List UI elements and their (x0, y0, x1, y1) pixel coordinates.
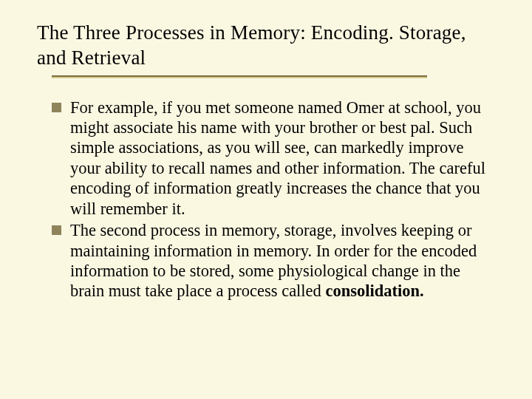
title-underline (52, 75, 427, 78)
slide: The Three Processes in Memory: Encoding.… (0, 0, 532, 399)
slide-content: For example, if you met someone named Om… (37, 92, 495, 301)
square-bullet-icon (52, 225, 61, 235)
slide-title: The Three Processes in Memory: Encoding.… (37, 21, 495, 71)
list-item: For example, if you met someone named Om… (52, 98, 492, 219)
title-block: The Three Processes in Memory: Encoding.… (37, 21, 495, 78)
bullet-text: For example, if you met someone named Om… (70, 98, 492, 219)
list-item: The second process in memory, storage, i… (52, 220, 492, 301)
bullet-text-bold: consolidation. (325, 282, 423, 300)
square-bullet-icon (52, 103, 61, 112)
bullet-text: The second process in memory, storage, i… (70, 220, 492, 301)
title-rule-wrap (52, 75, 495, 78)
